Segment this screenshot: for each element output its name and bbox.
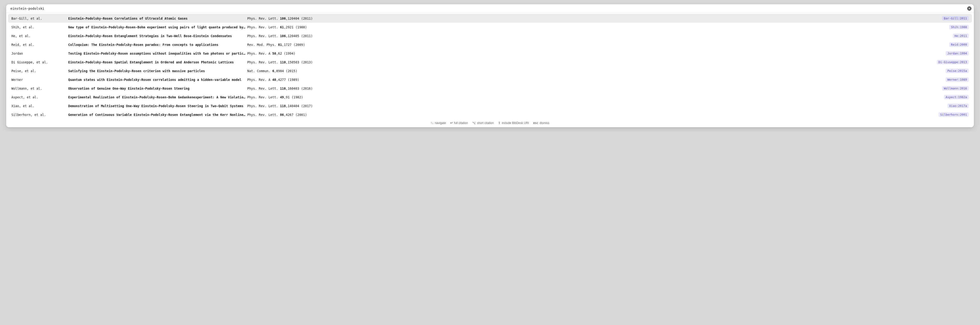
result-key-badge: Wollmann:2016	[942, 86, 969, 90]
result-citation: Phys. Rev. Lett. 49,91 (1982)	[247, 95, 942, 99]
result-key-badge: Peise:2015a	[946, 68, 969, 73]
result-title: Generation of Continuous Variable Einste…	[68, 113, 245, 117]
result-key-badge: Silberhorn:2001	[939, 113, 969, 117]
result-key-badge: Shih:1988	[949, 25, 969, 29]
result-title: Einstein-Podolsky-Rosen Correlations of …	[68, 17, 245, 21]
result-title: New type of Einstein-Podolsky-Rosen-Bohm…	[68, 25, 245, 29]
result-row[interactable]: Peise, et al.Satisfying the Einstein-Pod…	[8, 67, 972, 75]
result-citation: Phys. Rev. Lett. 61,2921 (1988)	[247, 25, 947, 29]
result-title: Quantum states with Einstein-Podolsky-Ro…	[68, 78, 245, 82]
result-title: Observation of Genuine One-Way Einstein-…	[68, 87, 245, 90]
result-key-badge: Di-Giuseppe:2013	[937, 60, 969, 64]
result-citation: Nat. Commun. 6,8984 (2015)	[247, 69, 944, 73]
keyboard-hints: ↑↓ navigate ↩ full citation ⌥ short cita…	[6, 119, 974, 127]
result-row[interactable]: Silberhorn, et al.Generation of Continuo…	[8, 110, 972, 119]
result-key-badge: Reid:2009	[949, 42, 969, 47]
result-key-badge: Xiao:2017a	[948, 104, 969, 108]
result-authors: Silberhorn, et al.	[11, 113, 66, 117]
result-title: Colloquium: The Einstein-Podolsky-Rosen …	[68, 43, 245, 47]
result-authors: Bar-Gill, et al.	[11, 17, 66, 21]
search-row	[6, 4, 974, 13]
result-citation: Rev. Mod. Phys. 81,1727 (2009)	[247, 43, 947, 47]
hint-bibdesk-uri: ⇧ include BibDesk URI	[498, 121, 529, 125]
result-row[interactable]: He, et al.Einstein-Podolsky-Rosen Entang…	[8, 32, 972, 40]
result-title: Experimental Realization of Einstein-Pod…	[68, 95, 245, 99]
result-key-badge: Aspect:1982a	[944, 95, 969, 99]
result-title: Satisfying the Einstein-Podolsky-Rosen c…	[68, 69, 245, 73]
close-button[interactable]	[967, 6, 972, 11]
hint-short-citation: ⌥ short citation	[472, 121, 494, 125]
citation-picker-panel: Bar-Gill, et al.Einstein-Podolsky-Rosen …	[6, 4, 974, 127]
search-input[interactable]	[10, 6, 967, 11]
result-citation: Phys. Rev. Lett. 118,140404 (2017)	[247, 104, 946, 108]
result-authors: Di Giuseppe, et al.	[11, 60, 66, 64]
result-authors: Jordan	[11, 52, 66, 55]
hint-dismiss: esc dismiss	[533, 121, 549, 125]
result-row[interactable]: WernerQuantum states with Einstein-Podol…	[8, 75, 972, 84]
close-icon	[968, 7, 970, 10]
result-row[interactable]: Xiao, et al.Demonstration of Multisettin…	[8, 101, 972, 110]
result-citation: Phys. Rev. Lett. 116,160403 (2016)	[247, 87, 940, 90]
result-row[interactable]: Wollmann, et al.Observation of Genuine O…	[8, 84, 972, 93]
result-key-badge: He:2011	[953, 33, 969, 38]
result-citation: Phys. Rev. Lett. 86,4267 (2001)	[247, 113, 937, 117]
result-authors: He, et al.	[11, 34, 66, 38]
result-row[interactable]: JordanTesting Einstein-Podolsky-Rosen as…	[8, 49, 972, 58]
result-authors: Wollmann, et al.	[11, 87, 66, 90]
result-citation: Phys. Rev. A 50,62 (1994)	[247, 52, 944, 55]
result-key-badge: Bar-Gill:2011	[942, 16, 969, 21]
result-row[interactable]: Di Giuseppe, et al.Einstein-Podolsky-Ros…	[8, 58, 972, 67]
result-title: Einstein-Podolsky-Rosen Spatial Entangle…	[68, 60, 245, 64]
result-title: Testing Einstein-Podolsky-Rosen assumpti…	[68, 52, 245, 55]
result-citation: Phys. Rev. A 40,4277 (1989)	[247, 78, 944, 82]
results-list: Bar-Gill, et al.Einstein-Podolsky-Rosen …	[6, 13, 974, 119]
hint-navigate: ↑↓ navigate	[431, 121, 446, 125]
result-citation: Phys. Rev. Lett. 106,120405 (2011)	[247, 34, 951, 38]
result-key-badge: Werner:1989	[946, 77, 969, 82]
result-authors: Peise, et al.	[11, 69, 66, 73]
result-authors: Xiao, et al.	[11, 104, 66, 108]
result-authors: Shih, et al.	[11, 25, 66, 29]
result-citation: Phys. Rev. Lett. 106,120404 (2011)	[247, 17, 940, 21]
result-authors: Aspect, et al.	[11, 95, 66, 99]
result-row[interactable]: Bar-Gill, et al.Einstein-Podolsky-Rosen …	[8, 14, 972, 23]
result-authors: Reid, et al.	[11, 43, 66, 47]
hint-full-citation: ↩ full citation	[450, 121, 468, 125]
result-title: Einstein-Podolsky-Rosen Entanglement Str…	[68, 34, 245, 38]
result-row[interactable]: Aspect, et al.Experimental Realization o…	[8, 93, 972, 101]
result-row[interactable]: Shih, et al.New type of Einstein-Podolsk…	[8, 23, 972, 32]
result-authors: Werner	[11, 78, 66, 82]
result-citation: Phys. Rev. Lett. 110,150503 (2013)	[247, 60, 935, 64]
result-title: Demonstration of Multisetting One-Way Ei…	[68, 104, 245, 108]
result-row[interactable]: Reid, et al.Colloquium: The Einstein-Pod…	[8, 40, 972, 49]
result-key-badge: Jordan:1994	[946, 51, 969, 55]
